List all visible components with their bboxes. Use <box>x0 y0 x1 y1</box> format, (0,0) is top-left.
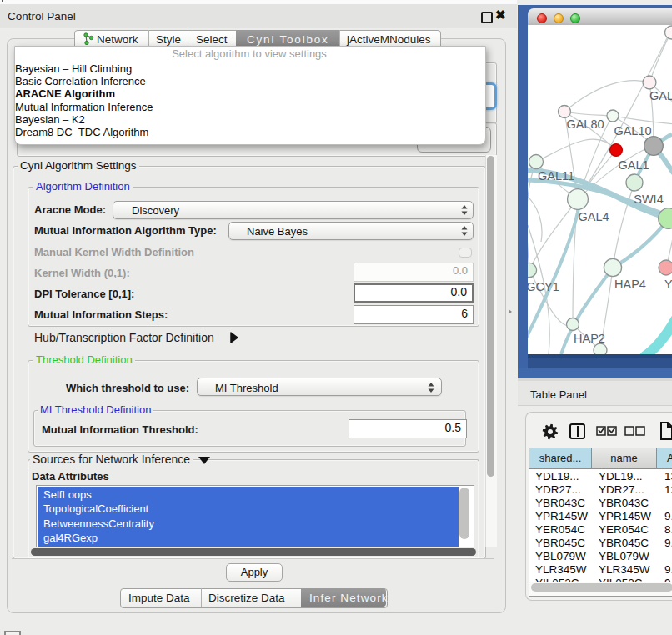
svg-text:HAP4: HAP4 <box>614 278 646 291</box>
svg-text:GCY1: GCY1 <box>528 280 559 293</box>
svg-text:GAL7: GAL7 <box>649 89 672 102</box>
svg-text:GAL10: GAL10 <box>614 124 651 138</box>
svg-text:HAP2: HAP2 <box>574 332 605 345</box>
svg-text:GAL11: GAL11 <box>538 169 574 182</box>
svg-text:GAL80: GAL80 <box>566 118 604 131</box>
svg-text:SWI4: SWI4 <box>634 192 663 206</box>
svg-text:GAL1: GAL1 <box>618 158 649 172</box>
svg-text:GAL4: GAL4 <box>578 210 609 223</box>
svg-text:YJ: YJ <box>664 278 672 291</box>
